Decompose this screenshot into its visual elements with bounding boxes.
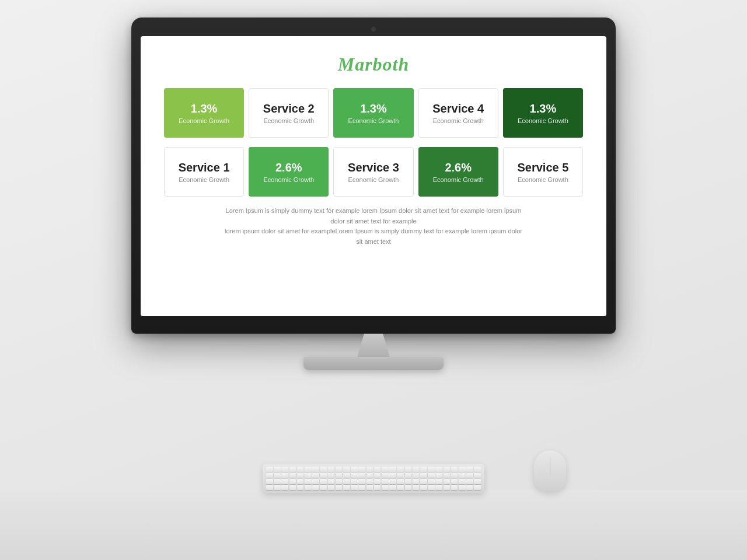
- keyboard-key[interactable]: [451, 473, 458, 478]
- keyboard-key[interactable]: [444, 473, 451, 478]
- keyboard-key[interactable]: [328, 473, 335, 478]
- card-item-card-7[interactable]: 2.6%Economic Growth: [249, 147, 329, 197]
- keyboard-key[interactable]: [389, 473, 396, 478]
- card-item-card-5[interactable]: 1.3%Economic Growth: [503, 88, 583, 138]
- keyboard-key[interactable]: [266, 473, 273, 478]
- keyboard-key[interactable]: [336, 479, 343, 484]
- keyboard-key[interactable]: [312, 467, 319, 472]
- keyboard-key[interactable]: [358, 473, 365, 478]
- keyboard-key[interactable]: [320, 479, 327, 484]
- keyboard-key[interactable]: [366, 473, 374, 478]
- keyboard-key[interactable]: [366, 467, 374, 472]
- keyboard-key[interactable]: [366, 485, 374, 490]
- keyboard-key[interactable]: [281, 485, 288, 490]
- keyboard-key[interactable]: [382, 473, 389, 478]
- keyboard-key[interactable]: [474, 473, 481, 478]
- keyboard-key[interactable]: [420, 479, 427, 484]
- keyboard-key[interactable]: [466, 479, 473, 484]
- keyboard-key[interactable]: [474, 479, 481, 484]
- keyboard-key[interactable]: [289, 485, 296, 490]
- keyboard-key[interactable]: [382, 485, 389, 490]
- keyboard-key[interactable]: [466, 485, 473, 490]
- keyboard-key[interactable]: [274, 467, 281, 472]
- keyboard-key[interactable]: [459, 473, 466, 478]
- keyboard-key[interactable]: [266, 467, 273, 472]
- card-item-card-9[interactable]: 2.6%Economic Growth: [418, 147, 498, 197]
- keyboard-key[interactable]: [281, 479, 288, 484]
- card-item-card-8[interactable]: Service 3Economic Growth: [333, 147, 413, 197]
- keyboard-key[interactable]: [397, 479, 404, 484]
- keyboard-key[interactable]: [312, 485, 319, 490]
- keyboard-key[interactable]: [266, 485, 273, 490]
- keyboard-key[interactable]: [336, 467, 343, 472]
- keyboard-key[interactable]: [305, 485, 312, 490]
- card-item-card-2[interactable]: Service 2Economic Growth: [249, 88, 329, 138]
- keyboard-key[interactable]: [474, 467, 481, 472]
- keyboard-key[interactable]: [389, 479, 396, 484]
- keyboard-key[interactable]: [466, 473, 473, 478]
- keyboard-key[interactable]: [320, 485, 327, 490]
- keyboard-key[interactable]: [405, 473, 412, 478]
- keyboard-key[interactable]: [459, 467, 466, 472]
- keyboard-key[interactable]: [389, 467, 396, 472]
- card-item-card-6[interactable]: Service 1Economic Growth: [164, 147, 244, 197]
- keyboard-key[interactable]: [281, 473, 288, 478]
- keyboard-key[interactable]: [328, 467, 335, 472]
- keyboard-key[interactable]: [351, 473, 358, 478]
- keyboard-key[interactable]: [435, 467, 442, 472]
- keyboard-key[interactable]: [405, 485, 412, 490]
- card-item-card-3[interactable]: 1.3%Economic Growth: [333, 88, 413, 138]
- keyboard-key[interactable]: [466, 467, 473, 472]
- keyboard-key[interactable]: [289, 473, 296, 478]
- keyboard-key[interactable]: [351, 485, 358, 490]
- keyboard-key[interactable]: [413, 473, 420, 478]
- keyboard-key[interactable]: [420, 467, 427, 472]
- keyboard-key[interactable]: [397, 473, 404, 478]
- keyboard-key[interactable]: [320, 467, 327, 472]
- keyboard-key[interactable]: [397, 467, 404, 472]
- keyboard-key[interactable]: [444, 479, 451, 484]
- keyboard-key[interactable]: [374, 485, 381, 490]
- keyboard-key[interactable]: [274, 485, 281, 490]
- keyboard-key[interactable]: [297, 467, 304, 472]
- keyboard-key[interactable]: [297, 485, 304, 490]
- keyboard-key[interactable]: [389, 485, 396, 490]
- keyboard-key[interactable]: [420, 485, 427, 490]
- keyboard-key[interactable]: [451, 479, 458, 484]
- keyboard-key[interactable]: [274, 479, 281, 484]
- keyboard-key[interactable]: [397, 485, 404, 490]
- keyboard-key[interactable]: [405, 467, 412, 472]
- keyboard-key[interactable]: [382, 467, 389, 472]
- keyboard-key[interactable]: [343, 479, 350, 484]
- keyboard-key[interactable]: [374, 473, 381, 478]
- keyboard-key[interactable]: [382, 479, 389, 484]
- keyboard-key[interactable]: [305, 479, 312, 484]
- keyboard-key[interactable]: [336, 485, 343, 490]
- keyboard-key[interactable]: [413, 467, 420, 472]
- keyboard-key[interactable]: [305, 467, 312, 472]
- keyboard-key[interactable]: [428, 485, 435, 490]
- card-item-card-1[interactable]: 1.3%Economic Growth: [164, 88, 244, 138]
- keyboard-key[interactable]: [374, 467, 381, 472]
- keyboard-key[interactable]: [474, 485, 481, 490]
- keyboard-key[interactable]: [343, 467, 350, 472]
- keyboard-key[interactable]: [428, 479, 435, 484]
- keyboard-key[interactable]: [351, 467, 358, 472]
- keyboard-key[interactable]: [343, 485, 350, 490]
- keyboard-key[interactable]: [320, 473, 327, 478]
- keyboard-key[interactable]: [328, 479, 335, 484]
- keyboard-key[interactable]: [413, 479, 420, 484]
- keyboard-key[interactable]: [459, 479, 466, 484]
- keyboard-key[interactable]: [444, 467, 451, 472]
- card-item-card-10[interactable]: Service 5Economic Growth: [503, 147, 583, 197]
- keyboard-key[interactable]: [366, 479, 374, 484]
- keyboard-key[interactable]: [451, 485, 458, 490]
- keyboard-key[interactable]: [374, 479, 381, 484]
- keyboard-key[interactable]: [297, 479, 304, 484]
- keyboard-key[interactable]: [413, 485, 420, 490]
- keyboard-key[interactable]: [289, 467, 296, 472]
- keyboard-key[interactable]: [351, 479, 358, 484]
- keyboard-key[interactable]: [305, 473, 312, 478]
- keyboard-key[interactable]: [428, 467, 435, 472]
- keyboard-key[interactable]: [428, 473, 435, 478]
